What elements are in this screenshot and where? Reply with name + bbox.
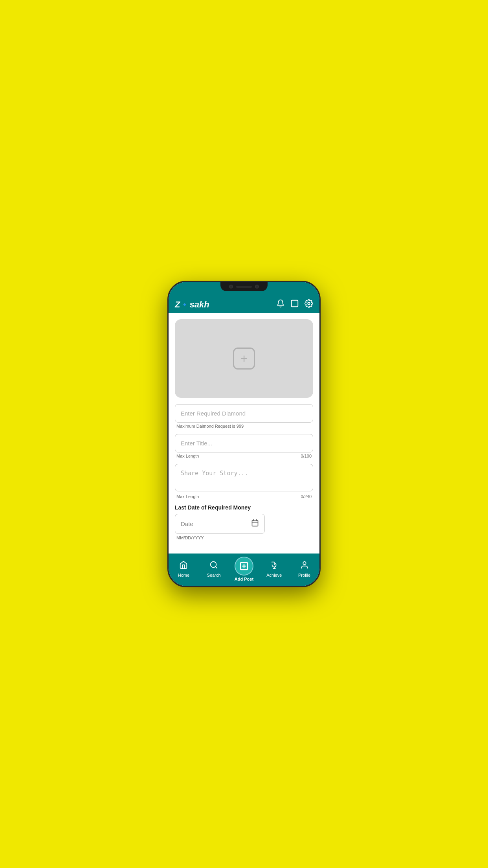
date-section-label: Last Date of Required Money: [175, 504, 313, 511]
story-input-wrapper: Max Length 0/240: [175, 464, 313, 503]
diamond-input[interactable]: [175, 404, 313, 423]
title-input[interactable]: [175, 434, 313, 452]
svg-line-7: [215, 566, 217, 568]
nav-label-home: Home: [178, 573, 189, 577]
add-post-icon: [239, 561, 249, 571]
bottom-nav: Home Search: [169, 554, 319, 586]
diamond-hint: Maximum Daimond Request is 999: [175, 423, 313, 432]
nav-item-achieve[interactable]: Achieve: [262, 561, 286, 577]
nav-label-profile: Profile: [298, 573, 310, 577]
nav-item-add-post[interactable]: Add Post: [232, 557, 256, 581]
diamond-input-wrapper: Maximum Daimond Request is 999: [175, 404, 313, 432]
app-logo: Z 🔹 sakh: [175, 300, 209, 310]
date-placeholder-text: Date: [181, 520, 193, 527]
nav-item-search[interactable]: Search: [202, 561, 226, 577]
plus-icon: +: [240, 351, 248, 366]
profile-icon: [300, 561, 309, 572]
add-post-circle: [235, 557, 253, 576]
form-section: Maximum Daimond Request is 999 Max Lengt…: [169, 404, 319, 546]
header-icons: [276, 299, 313, 310]
calendar-icon: [251, 519, 259, 529]
notch: [220, 282, 268, 291]
nav-label-achieve: Achieve: [266, 573, 282, 577]
settings-icon[interactable]: [305, 299, 313, 310]
front-camera: [229, 285, 233, 289]
date-section: Last Date of Required Money Date: [175, 504, 313, 540]
search-icon: [209, 561, 218, 572]
image-upload-area[interactable]: +: [175, 319, 313, 398]
title-input-wrapper: Max Length 0/100: [175, 434, 313, 462]
date-format-hint: MM/DD/YYYY: [175, 534, 313, 540]
speaker: [236, 286, 252, 288]
notification-icon[interactable]: [276, 299, 285, 310]
svg-point-13: [303, 562, 306, 565]
add-image-button[interactable]: +: [233, 348, 255, 370]
story-hint: Max Length 0/240: [175, 493, 313, 503]
logo-person-icon: 🔹: [180, 300, 189, 309]
nav-item-profile[interactable]: Profile: [293, 561, 316, 577]
logo-rest-text: sakh: [189, 300, 209, 310]
sensor: [255, 285, 259, 289]
chat-icon[interactable]: [290, 299, 299, 310]
svg-rect-0: [292, 300, 298, 307]
story-textarea[interactable]: [175, 464, 313, 491]
logo-z-text: Z: [175, 300, 180, 310]
phone-frame: Z 🔹 sakh: [167, 281, 321, 587]
svg-rect-2: [252, 520, 258, 526]
nav-label-add-post: Add Post: [235, 577, 253, 581]
nav-label-search: Search: [207, 573, 221, 577]
app-header: Z 🔹 sakh: [169, 296, 319, 313]
home-icon: [179, 561, 188, 572]
title-hint: Max Length 0/100: [175, 452, 313, 462]
notch-bar: [169, 282, 319, 296]
achieve-icon: [270, 561, 279, 572]
nav-item-home[interactable]: Home: [172, 561, 195, 577]
phone-screen: Z 🔹 sakh: [169, 282, 319, 586]
svg-point-1: [308, 302, 310, 305]
date-input-wrapper[interactable]: Date: [175, 514, 265, 534]
main-content: + Maximum Daimond Request is 999 Max Len…: [169, 313, 319, 554]
